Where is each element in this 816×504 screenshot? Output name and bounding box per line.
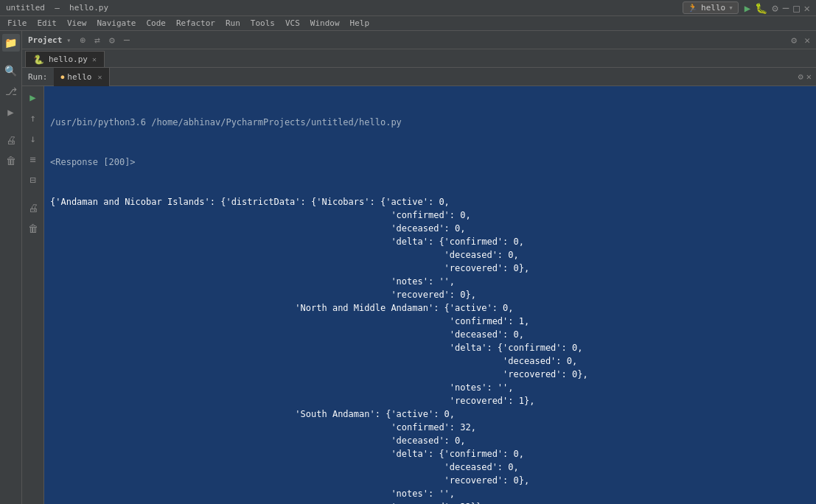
run-tab-bar: Run: ● hello ✕ ⚙ ✕ xyxy=(22,68,816,86)
minimize-button[interactable]: ─ xyxy=(783,2,789,14)
menu-refactor[interactable]: Refactor xyxy=(172,18,220,29)
title-bar: untitled – hello.py 🏃 hello ▾ ▶ 🐛 ⚙ ─ □ … xyxy=(0,0,816,16)
run-dot-icon: ● xyxy=(61,74,65,80)
run-config-label: hello xyxy=(701,3,725,13)
tab-bar: 🐍 hello.py ✕ xyxy=(22,49,816,68)
project-name: untitled xyxy=(6,3,45,13)
project-arrow: ▾ xyxy=(66,36,71,44)
minimize-panel-icon[interactable]: ─ xyxy=(124,35,130,46)
run-tab-label: hello xyxy=(67,72,91,82)
menu-bar: File Edit View Navigate Code Refactor Ru… xyxy=(0,16,816,31)
run-label: Run: xyxy=(22,72,54,82)
scroll-down-icon[interactable]: ↓ xyxy=(25,130,41,147)
menu-code[interactable]: Code xyxy=(142,18,170,29)
menu-edit[interactable]: Edit xyxy=(33,18,62,29)
run-config-dropdown[interactable]: 🏃 hello ▾ xyxy=(683,1,739,14)
output-content: {'Andaman and Nicobar Islands': {'distri… xyxy=(50,195,810,504)
python-file-icon: 🐍 xyxy=(33,55,44,65)
run-toolbar: ▶ ↑ ↓ ≡ ⊟ 🖨 🗑 xyxy=(22,86,44,504)
activity-bar: 📁 🔍 ⎇ ▶ 🖨 🗑 xyxy=(0,31,22,504)
activity-search-icon[interactable]: 🔍 xyxy=(2,62,20,80)
run-config-arrow: ▾ xyxy=(728,3,733,13)
tab-hello-py[interactable]: 🐍 hello.py ✕ xyxy=(25,51,105,67)
response-line: <Response [200]> xyxy=(50,155,810,169)
run-tab-toolbar: ⚙ ✕ xyxy=(798,71,816,82)
clear-output-icon[interactable]: 🗑 xyxy=(25,220,41,237)
menu-view[interactable]: View xyxy=(63,18,91,29)
command-line: /usr/bin/python3.6 /home/abhinav/Pycharm… xyxy=(50,116,810,129)
title-toolbar-icons: ▶ 🐛 ⚙ ─ □ ✕ xyxy=(744,2,810,14)
menu-tools[interactable]: Tools xyxy=(246,18,279,29)
tab-label: hello.py xyxy=(49,55,88,64)
menu-run[interactable]: Run xyxy=(221,18,245,29)
activity-vcs-icon[interactable]: ⎇ xyxy=(2,83,20,100)
project-label[interactable]: Project xyxy=(28,35,62,45)
settings-icon[interactable]: ⚙ xyxy=(109,35,115,46)
menu-file[interactable]: File xyxy=(3,18,32,29)
run-close-icon[interactable]: ✕ xyxy=(806,71,812,82)
menu-help[interactable]: Help xyxy=(346,18,374,29)
sort-icon[interactable]: ≡ xyxy=(25,151,41,167)
run-button[interactable]: ▶ xyxy=(744,2,750,14)
menu-navigate[interactable]: Navigate xyxy=(93,18,141,29)
project-toolbar: Project ▾ ⊕ ⇄ ⚙ ─ ⚙ ✕ xyxy=(22,31,816,49)
maximize-button[interactable]: □ xyxy=(793,2,799,14)
panel-settings-icon[interactable]: ⚙ xyxy=(791,35,797,46)
coverage-button[interactable]: ⚙ xyxy=(772,2,778,14)
debug-button[interactable]: 🐛 xyxy=(755,2,767,14)
activity-run-icon[interactable]: ▶ xyxy=(2,103,20,121)
scroll-up-icon[interactable]: ↑ xyxy=(25,110,41,126)
activity-print-icon[interactable]: 🖨 xyxy=(2,131,20,149)
activity-project-icon[interactable]: 📁 xyxy=(2,34,20,52)
close-panel-icon[interactable]: ✕ xyxy=(804,35,810,46)
print-output-icon[interactable]: 🖨 xyxy=(25,200,41,216)
filter-icon[interactable]: ⊟ xyxy=(25,172,41,188)
add-folder-icon[interactable]: ⊕ xyxy=(80,35,86,46)
sync-icon[interactable]: ⇄ xyxy=(94,35,100,46)
file-name: hello.py xyxy=(69,3,108,13)
run-settings-icon[interactable]: ⚙ xyxy=(798,71,803,82)
menu-window[interactable]: Window xyxy=(306,18,344,29)
tab-close-icon[interactable]: ✕ xyxy=(92,55,97,63)
menu-vcs[interactable]: VCS xyxy=(281,18,304,29)
close-button[interactable]: ✕ xyxy=(804,2,810,14)
run-tab-close[interactable]: ✕ xyxy=(97,73,102,81)
run-config-icon: 🏃 xyxy=(688,3,698,13)
activity-delete-icon[interactable]: 🗑 xyxy=(2,152,20,169)
output-area: /usr/bin/python3.6 /home/abhinav/Pycharm… xyxy=(44,86,816,504)
window-title: untitled – hello.py xyxy=(6,3,683,13)
rerun-button[interactable]: ▶ xyxy=(25,89,41,105)
run-tab-hello[interactable]: ● hello ✕ xyxy=(54,68,111,86)
